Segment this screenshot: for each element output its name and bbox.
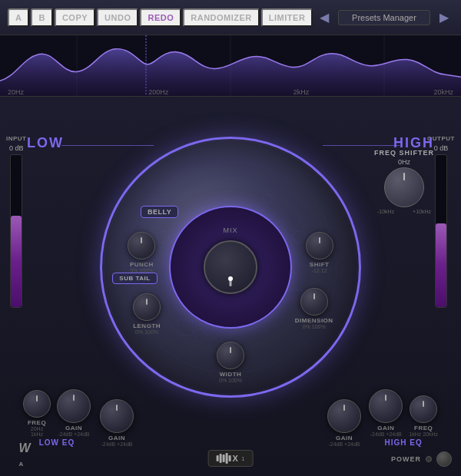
mix-knob[interactable] xyxy=(204,240,257,294)
high-gain1-label: GAIN xyxy=(336,435,353,441)
freq-label-2khz: 2kHz xyxy=(294,88,310,96)
high-gain2-label: GAIN xyxy=(377,425,394,431)
tape-logo-area: X 1 xyxy=(208,450,254,467)
high-eq-knobs: GAIN -24dB +24dB FREQ 1kHz 20kHz xyxy=(369,389,438,437)
punch-label: PUNCH xyxy=(130,261,154,268)
high-gain2-knob[interactable] xyxy=(369,389,403,423)
tape-version: 1 xyxy=(241,455,244,462)
freq-shifter-knob[interactable] xyxy=(384,167,424,207)
high-gain2-knob-container: GAIN -24dB +24dB xyxy=(369,389,403,437)
freq-shifter-max: +10kHz xyxy=(413,209,431,214)
high-freq2-label: FREQ xyxy=(414,425,433,431)
tape-bars xyxy=(217,453,231,464)
output-bar-fill xyxy=(436,223,446,307)
dimension-knob[interactable] xyxy=(300,288,328,316)
low-eq-knobs2: GAIN -24dB +24dB xyxy=(100,399,134,447)
low-gain2-knob-container: GAIN -24dB +24dB xyxy=(100,399,134,447)
width-knob[interactable] xyxy=(217,342,244,369)
freq-label-200hz: 200Hz xyxy=(148,88,168,96)
dimension-range: 0% 100% xyxy=(303,324,326,329)
high-eq-knobs2: GAIN -24dB +24dB xyxy=(327,399,361,447)
svg-point-17 xyxy=(264,195,273,204)
freq-label-20hz: 20Hz xyxy=(8,88,24,96)
tape-bar-1 xyxy=(217,455,219,461)
high-eq-section2: GAIN -24dB +24dB xyxy=(327,399,361,447)
svg-rect-13 xyxy=(177,320,193,336)
low-freq1-knob-container: FREQ 20Hz 1kHz xyxy=(23,390,51,437)
low-eq-section2: GAIN -24dB +24dB xyxy=(100,399,134,447)
disk-outer: PUT ME ON DRUMS BELLY SUB TAIL PUNCH 0% … xyxy=(100,137,361,398)
toolbar: A B COPY UNDO REDO RANDOMIZER LIMITER ◀ … xyxy=(0,0,461,35)
a-button[interactable]: A xyxy=(8,8,29,27)
disk-container: PUT ME ON DRUMS BELLY SUB TAIL PUNCH 0% … xyxy=(100,137,361,398)
width-range: 0% 100% xyxy=(219,378,242,383)
low-freq1-knob[interactable] xyxy=(23,390,51,418)
presets-area: ◀ Presets Manager ▶ xyxy=(315,8,453,26)
input-label: INPUT xyxy=(6,135,27,142)
mix-knob-wrapper: MIX xyxy=(204,240,257,294)
low-gain2-range: -24dB +24dB xyxy=(101,441,132,447)
low-gain2-knob[interactable] xyxy=(100,399,134,433)
randomizer-button[interactable]: RANDOMIZER xyxy=(183,8,260,27)
redo-button[interactable]: REDO xyxy=(140,8,181,27)
undo-button[interactable]: UNDO xyxy=(97,8,138,27)
svg-point-15 xyxy=(293,231,305,243)
input-meter: INPUT 0 dB xyxy=(6,135,27,308)
low-eq-label: LOW EQ xyxy=(39,438,75,447)
width-knob-container: WIDTH 0% 100% xyxy=(217,342,244,383)
length-knob-container: LENGTH 0% 100% xyxy=(133,293,161,335)
shift-knob[interactable] xyxy=(306,232,333,259)
punch-knob-container: PUNCH 0% 100% xyxy=(128,232,155,273)
input-bar-container xyxy=(10,154,22,308)
high-gain2-range: -24dB +24dB xyxy=(370,431,402,437)
preset-next-button[interactable]: ▶ xyxy=(435,8,453,26)
mix-label: MIX xyxy=(223,226,237,234)
waveform-display: 20Hz 200Hz 2kHz 20kHz xyxy=(0,35,461,97)
low-freq1-range: 20Hz xyxy=(31,426,43,431)
power-section: POWER xyxy=(391,451,452,467)
low-gain1-range: -24dB +24dB xyxy=(58,431,89,437)
b-button[interactable]: B xyxy=(31,8,52,27)
high-freq2-range: 1kHz 20kHz xyxy=(409,431,438,437)
main-panel: INPUT 0 dB OUTPUT 0 dB LOW HIGH FREQ SHI… xyxy=(0,97,461,476)
wa-logo-text: WA xyxy=(18,441,30,469)
punch-range: 0% 100% xyxy=(130,268,153,273)
tape-bar-3 xyxy=(223,455,225,462)
disk-inner: MIX xyxy=(169,206,292,329)
length-label: LENGTH xyxy=(133,322,161,329)
input-value: 0 dB xyxy=(9,144,24,152)
low-eq-section: FREQ 20Hz 1kHz GAIN -24dB +24dB LOW EQ xyxy=(23,389,91,447)
tape-bar-2 xyxy=(220,454,222,463)
high-gain1-knob[interactable] xyxy=(327,399,361,433)
low-eq-knobs: FREQ 20Hz 1kHz GAIN -24dB +24dB xyxy=(23,389,91,437)
copy-button[interactable]: COPY xyxy=(55,8,95,27)
tape-bar-4 xyxy=(226,453,228,464)
freq-shifter-scale: -10kHz +10kHz xyxy=(377,209,431,214)
dimension-knob-container: DIMENSION 0% 100% xyxy=(295,288,333,329)
preset-prev-button[interactable]: ◀ xyxy=(315,8,333,26)
length-knob[interactable] xyxy=(133,293,161,321)
punch-knob[interactable] xyxy=(128,232,155,259)
shift-range: -12 12 xyxy=(312,268,327,273)
tape-logo: X 1 xyxy=(208,450,254,467)
low-gain1-knob[interactable] xyxy=(57,389,91,423)
low-freq1-label: FREQ xyxy=(28,419,46,426)
sub-tail-tag: SUB TAIL xyxy=(112,273,157,284)
high-eq-section: GAIN -24dB +24dB FREQ 1kHz 20kHz HIGH EQ xyxy=(369,389,438,447)
width-label: WIDTH xyxy=(220,371,242,378)
high-gain1-knob-container: GAIN -24dB +24dB xyxy=(327,399,361,447)
limiter-button[interactable]: LIMITER xyxy=(261,8,313,27)
power-label: POWER xyxy=(391,455,421,463)
dimension-label: DIMENSION xyxy=(295,317,333,324)
high-gain1-range: -24dB +24dB xyxy=(328,441,360,447)
svg-point-14 xyxy=(157,231,169,243)
power-knob[interactable] xyxy=(436,451,452,467)
freq-shifter-section: FREQ SHIFTER 0Hz -10kHz +10kHz xyxy=(374,149,434,214)
wa-logo: WA xyxy=(9,444,40,467)
svg-point-16 xyxy=(194,329,207,342)
tape-bar-5 xyxy=(229,455,231,461)
power-dot[interactable] xyxy=(426,456,432,462)
high-freq2-knob[interactable] xyxy=(410,395,437,423)
shift-knob-container: SHIFT -12 12 xyxy=(306,232,333,273)
presets-label[interactable]: Presets Manager xyxy=(338,10,430,25)
